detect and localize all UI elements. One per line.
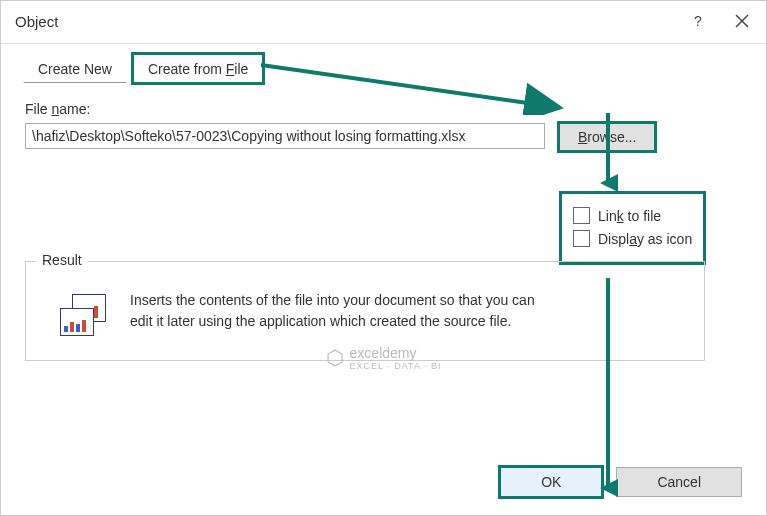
tab-label: Create New xyxy=(38,61,112,77)
display-as-icon-label[interactable]: Display as icon xyxy=(598,231,692,247)
tab-create-new[interactable]: Create New xyxy=(23,54,127,83)
watermark-brand: exceldemy xyxy=(350,345,442,361)
file-name-input[interactable] xyxy=(25,123,545,149)
cancel-button[interactable]: Cancel xyxy=(616,467,742,497)
object-dialog: Object ? Create New Create from File Fil… xyxy=(0,0,767,516)
display-as-icon-checkbox[interactable] xyxy=(573,230,590,247)
ok-button[interactable]: OK xyxy=(500,467,602,497)
document-chart-icon xyxy=(60,294,112,336)
tab-label: Create from File xyxy=(148,61,248,77)
tab-strip: Create New Create from File xyxy=(1,54,766,83)
hexagon-icon xyxy=(326,349,344,367)
file-name-label: File name: xyxy=(25,101,742,117)
result-legend: Result xyxy=(36,252,88,268)
watermark: exceldemy EXCEL · DATA · BI xyxy=(326,345,442,371)
dialog-title: Object xyxy=(15,13,58,30)
link-to-file-label[interactable]: Link to file xyxy=(598,208,661,224)
titlebar: Object ? xyxy=(1,1,766,43)
result-description: Inserts the contents of the file into yo… xyxy=(130,290,550,332)
link-to-file-checkbox[interactable] xyxy=(573,207,590,224)
link-to-file-row: Link to file xyxy=(573,207,692,224)
watermark-tagline: EXCEL · DATA · BI xyxy=(350,361,442,371)
titlebar-controls: ? xyxy=(686,9,754,33)
close-button[interactable] xyxy=(730,9,754,33)
browse-button[interactable]: Browse... xyxy=(559,123,655,151)
dialog-buttons: OK Cancel xyxy=(1,451,766,515)
display-as-icon-row: Display as icon xyxy=(573,230,692,247)
svg-marker-5 xyxy=(328,350,342,366)
titlebar-separator xyxy=(1,43,766,44)
options-group: Link to file Display as icon xyxy=(561,193,704,263)
result-inner: Inserts the contents of the file into yo… xyxy=(42,280,688,336)
file-row: Browse... xyxy=(25,123,742,151)
close-icon xyxy=(735,14,749,28)
dialog-content: File name: Browse... Link to file Displa… xyxy=(1,83,766,451)
tab-create-from-file[interactable]: Create from File xyxy=(133,54,263,83)
help-button[interactable]: ? xyxy=(686,9,710,33)
